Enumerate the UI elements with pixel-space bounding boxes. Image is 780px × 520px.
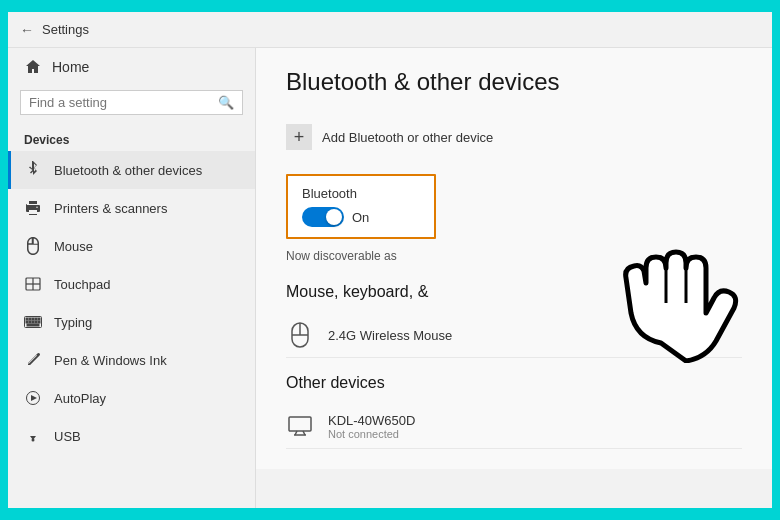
usb-icon: [24, 427, 42, 445]
sidebar-item-touchpad-label: Touchpad: [54, 277, 110, 292]
search-box[interactable]: 🔍: [20, 90, 243, 115]
svg-point-17: [32, 439, 35, 442]
tv-device-info: KDL-40W650D Not connected: [328, 413, 415, 440]
touchpad-icon: [24, 275, 42, 293]
svg-rect-20: [289, 417, 311, 431]
tv-device-status: Not connected: [328, 428, 415, 440]
sidebar-item-pen-label: Pen & Windows Ink: [54, 353, 167, 368]
sidebar-item-autoplay-label: AutoPlay: [54, 391, 106, 406]
sidebar-item-printers-label: Printers & scanners: [54, 201, 167, 216]
add-icon: +: [286, 124, 312, 150]
svg-marker-16: [31, 395, 37, 401]
window-title: Settings: [42, 22, 89, 37]
sidebar-item-autoplay[interactable]: AutoPlay: [8, 379, 255, 417]
tv-device-name: KDL-40W650D: [328, 413, 415, 428]
bluetooth-toggle-card: Bluetooth On: [286, 174, 436, 239]
sidebar-item-typing-label: Typing: [54, 315, 92, 330]
top-cyan-bar: [0, 0, 780, 12]
sidebar-item-mouse[interactable]: Mouse: [8, 227, 255, 265]
tv-device-item: KDL-40W650D Not connected: [286, 404, 742, 449]
sidebar-item-bluetooth[interactable]: Bluetooth & other devices: [8, 151, 255, 189]
other-devices-section-title: Other devices: [286, 374, 742, 392]
svg-rect-13: [38, 321, 40, 323]
sidebar-item-mouse-label: Mouse: [54, 239, 93, 254]
search-icon: 🔍: [218, 95, 234, 110]
bluetooth-icon: [24, 161, 42, 179]
title-bar: ← Settings: [8, 12, 772, 48]
sidebar-item-bluetooth-label: Bluetooth & other devices: [54, 163, 202, 178]
settings-window: ← Settings Home 🔍 Devices: [8, 12, 772, 508]
svg-rect-7: [35, 318, 37, 320]
bluetooth-toggle[interactable]: [302, 207, 344, 227]
main-content: Bluetooth & other devices + Add Bluetoot…: [256, 48, 772, 469]
autoplay-icon: [24, 389, 42, 407]
search-input[interactable]: [29, 95, 212, 110]
bluetooth-toggle-label: On: [352, 210, 369, 225]
wireless-mouse-info: 2.4G Wireless Mouse: [328, 328, 452, 343]
back-button[interactable]: ←: [20, 22, 34, 38]
home-label: Home: [52, 59, 89, 75]
home-icon: [24, 58, 42, 76]
svg-rect-5: [29, 318, 31, 320]
svg-rect-10: [29, 321, 31, 323]
sidebar-item-typing[interactable]: Typing: [8, 303, 255, 341]
mouse-icon: [24, 237, 42, 255]
discoverable-text: Now discoverable as: [286, 249, 742, 263]
content-area: Home 🔍 Devices Bluetooth & other devices: [8, 48, 772, 508]
pen-icon: [24, 351, 42, 369]
mouse-device-icon: [286, 321, 314, 349]
svg-rect-6: [32, 318, 34, 320]
tv-device-icon: [286, 412, 314, 440]
bluetooth-toggle-row: On: [302, 207, 420, 227]
bluetooth-card-title: Bluetooth: [302, 186, 420, 201]
sidebar-item-pen[interactable]: Pen & Windows Ink: [8, 341, 255, 379]
svg-rect-4: [26, 318, 28, 320]
wireless-mouse-item: 2.4G Wireless Mouse: [286, 313, 742, 358]
svg-rect-11: [32, 321, 34, 323]
sidebar-home-item[interactable]: Home: [8, 48, 255, 86]
sidebar-item-usb[interactable]: USB: [8, 417, 255, 455]
mouse-keyboard-section-title: Mouse, keyboard, &: [286, 283, 742, 301]
svg-rect-12: [35, 321, 37, 323]
wireless-mouse-name: 2.4G Wireless Mouse: [328, 328, 452, 343]
sidebar-item-usb-label: USB: [54, 429, 81, 444]
svg-rect-9: [26, 321, 28, 323]
printer-icon: [24, 199, 42, 217]
svg-rect-8: [38, 318, 40, 320]
sidebar-item-touchpad[interactable]: Touchpad: [8, 265, 255, 303]
svg-rect-14: [27, 324, 39, 326]
add-device-label: Add Bluetooth or other device: [322, 130, 493, 145]
sidebar-item-printers[interactable]: Printers & scanners: [8, 189, 255, 227]
page-title: Bluetooth & other devices: [286, 68, 742, 96]
sidebar-section-label: Devices: [8, 125, 255, 151]
add-device-button[interactable]: + Add Bluetooth or other device: [286, 116, 742, 158]
bottom-cyan-bar: [0, 508, 780, 520]
toggle-thumb: [326, 209, 342, 225]
main-wrapper: Bluetooth & other devices + Add Bluetoot…: [256, 48, 772, 508]
sidebar: Home 🔍 Devices Bluetooth & other devices: [8, 48, 256, 508]
keyboard-icon: [24, 313, 42, 331]
